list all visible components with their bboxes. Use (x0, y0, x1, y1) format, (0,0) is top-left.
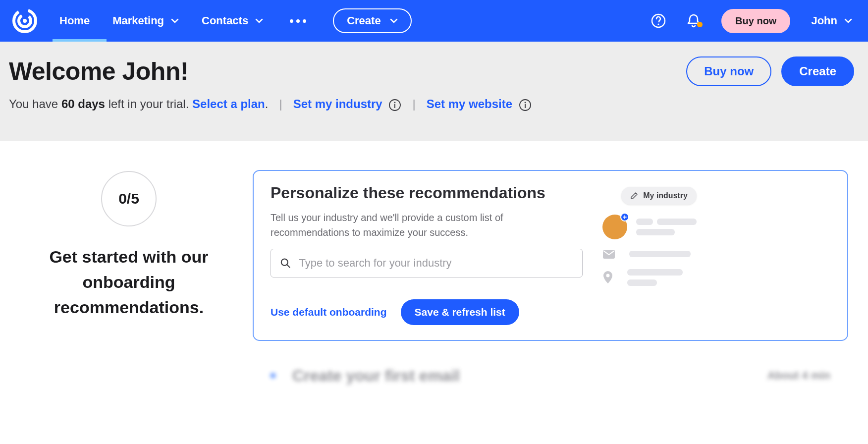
separator: | (412, 97, 415, 111)
industry-search-input[interactable] (299, 257, 573, 270)
info-icon[interactable] (388, 99, 401, 111)
separator: | (279, 97, 282, 111)
notification-dot-icon (697, 22, 703, 27)
progress-text: 0/5 (118, 190, 139, 207)
logo-icon (12, 8, 38, 34)
chevron-down-icon (390, 17, 398, 25)
trial-suffix: left in your trial. (105, 97, 192, 111)
onboarding-title: Get started with our onboarding recommen… (20, 244, 238, 320)
header-buttons: Buy now Create (686, 56, 854, 86)
nav-home-label: Home (59, 14, 90, 27)
set-industry-label: Set my industry (293, 97, 382, 111)
svg-rect-10 (525, 104, 526, 108)
personalize-card: Personalize these recommendations Tell u… (253, 170, 848, 341)
logo[interactable] (12, 8, 43, 34)
next-item-title: Create your first email (292, 367, 460, 385)
mail-icon (602, 249, 615, 259)
header-create-button[interactable]: Create (781, 56, 854, 86)
set-website-label: Set my website (427, 97, 512, 111)
help-icon (651, 13, 666, 28)
illustration-email-row (602, 249, 697, 259)
save-refresh-button[interactable]: Save & refresh list (401, 299, 519, 325)
help-button[interactable] (651, 13, 666, 28)
pencil-icon (630, 192, 638, 200)
search-icon (280, 257, 291, 269)
content-column: Personalize these recommendations Tell u… (253, 170, 848, 398)
chevron-down-icon (171, 17, 179, 25)
header-buy-now-label: Buy now (704, 64, 754, 78)
industry-search[interactable] (271, 249, 583, 278)
nav-marketing-label: Marketing (112, 14, 164, 27)
trial-text: You have 60 days left in your trial. Sel… (9, 97, 268, 111)
nav-buy-now-button[interactable]: Buy now (721, 9, 790, 33)
svg-point-6 (394, 102, 396, 103)
select-plan-link[interactable]: Select a plan (192, 97, 265, 111)
svg-point-4 (657, 23, 659, 25)
trial-period: . (265, 97, 269, 111)
card-subtitle: Tell us your industry and we'll provide … (271, 210, 583, 240)
nav-buy-now-label: Buy now (735, 15, 776, 26)
default-onboarding-link[interactable]: Use default onboarding (271, 306, 387, 318)
svg-point-2 (23, 19, 27, 23)
header-create-label: Create (799, 64, 836, 78)
trial-prefix: You have (9, 97, 61, 111)
user-name: John (811, 14, 837, 27)
bullet-icon (271, 373, 275, 378)
nav-more[interactable] (286, 19, 310, 23)
chevron-down-icon (844, 17, 852, 25)
plus-icon: + (620, 213, 629, 222)
top-nav: Home Marketing Contacts Create (0, 0, 868, 42)
select-plan-label: Select a plan (192, 97, 265, 111)
svg-point-9 (524, 102, 526, 103)
my-industry-pill: My industry (621, 187, 697, 205)
welcome-title: Welcome John! (9, 57, 188, 86)
dot-icon (296, 19, 300, 23)
next-onboarding-item: Create your first email About 4 min (253, 354, 848, 398)
info-icon[interactable] (519, 99, 532, 111)
nav-items: Home Marketing Contacts Create (59, 0, 412, 42)
next-item-duration: About 4 min (767, 369, 830, 382)
card-title: Personalize these recommendations (271, 184, 583, 202)
card-illustration: My industry + (602, 184, 697, 325)
set-industry-link[interactable]: Set my industry (293, 97, 382, 111)
chevron-down-icon (255, 17, 263, 25)
header-buy-now-button[interactable]: Buy now (686, 56, 771, 86)
set-website-link[interactable]: Set my website (427, 97, 512, 111)
main: 0/5 Get started with our onboarding reco… (0, 141, 868, 398)
page-header: Welcome John! Buy now Create You have 60… (0, 42, 868, 141)
nav-create-button[interactable]: Create (333, 8, 411, 33)
user-menu[interactable]: John (811, 14, 856, 27)
progress-indicator: 0/5 (101, 171, 157, 226)
nav-home[interactable]: Home (59, 0, 90, 42)
default-onboarding-label: Use default onboarding (271, 306, 387, 318)
illustration-profile-row: + (602, 215, 697, 239)
save-refresh-label: Save & refresh list (415, 306, 505, 318)
svg-point-14 (606, 274, 610, 277)
nav-contacts-label: Contacts (202, 14, 248, 27)
nav-contacts[interactable]: Contacts (202, 0, 263, 42)
notifications-button[interactable] (687, 13, 701, 28)
my-industry-label: My industry (643, 191, 688, 200)
svg-line-12 (287, 264, 290, 267)
dot-icon (303, 19, 306, 23)
svg-rect-7 (394, 104, 395, 108)
location-icon (602, 271, 613, 284)
onboarding-sidebar: 0/5 Get started with our onboarding reco… (20, 170, 238, 320)
nav-right: Buy now John (651, 9, 856, 33)
trial-row: You have 60 days left in your trial. Sel… (9, 97, 854, 111)
nav-marketing[interactable]: Marketing (112, 0, 179, 42)
nav-create-label: Create (347, 14, 380, 27)
dot-icon (290, 19, 293, 23)
illustration-location-row (602, 269, 697, 286)
trial-days: 60 days (61, 97, 105, 111)
